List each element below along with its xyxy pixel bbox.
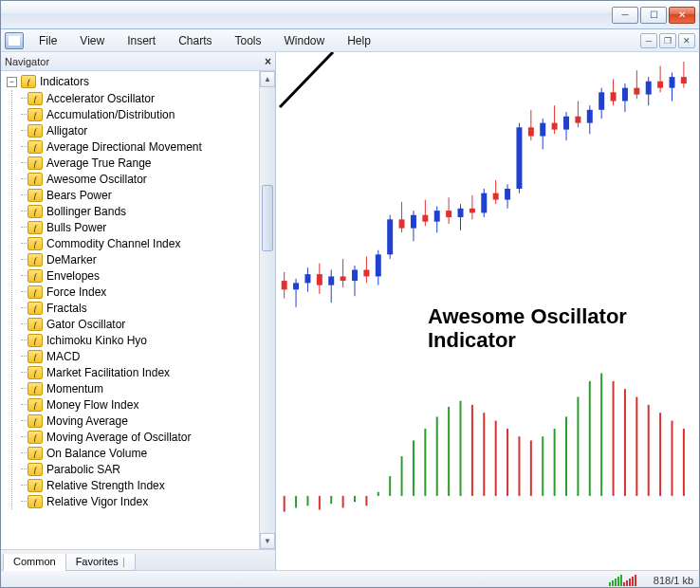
indicator-item[interactable]: fDeMarker (22, 251, 259, 267)
indicator-fx-icon: f (28, 189, 43, 202)
indicator-fx-icon: f (28, 253, 43, 266)
indicator-item[interactable]: fMoving Average of Oscillator (22, 429, 259, 445)
svg-rect-17 (376, 254, 381, 276)
window-maximize-button[interactable]: ☐ (640, 7, 667, 24)
indicator-label: Accumulation/Distribution (46, 108, 175, 121)
scroll-thumb[interactable] (262, 185, 273, 251)
indicator-item[interactable]: fGator Oscillator (22, 316, 259, 332)
svg-rect-3 (293, 283, 299, 289)
indicator-item[interactable]: fAverage Directional Movement (22, 138, 259, 155)
tree-root-indicators[interactable]: − f Indicators (3, 73, 259, 90)
indicator-item[interactable]: fAccumulation/Distribution (22, 106, 259, 122)
mdi-minimize-button[interactable]: ─ (640, 33, 657, 48)
indicator-label: Average True Range (46, 156, 152, 170)
svg-rect-57 (611, 92, 617, 101)
tab-favorites-label: Favorites (76, 556, 119, 567)
menu-file[interactable]: File (29, 31, 66, 50)
indicator-label: DeMarker (46, 253, 97, 266)
menu-window[interactable]: Window (275, 31, 335, 50)
indicator-item[interactable]: fBulls Power (22, 219, 259, 235)
mdi-restore-button[interactable]: ❐ (659, 33, 676, 48)
menu-tools[interactable]: Tools (226, 31, 271, 50)
svg-rect-31 (458, 209, 464, 217)
svg-rect-7 (317, 274, 322, 285)
indicator-fx-icon: f (28, 447, 43, 460)
indicator-item[interactable]: fAwesome Oscillator (22, 171, 259, 187)
window-titlebar: ─ ☐ ✕ (1, 1, 699, 29)
indicator-item[interactable]: fRelative Strength Index (22, 477, 259, 493)
svg-rect-45 (540, 123, 545, 137)
indicator-label: Force Index (46, 285, 106, 299)
scroll-up-button[interactable]: ▲ (260, 71, 275, 87)
tab-favorites[interactable]: Favorites| (65, 554, 136, 571)
indicator-item[interactable]: fForce Index (22, 284, 259, 300)
indicator-item[interactable]: fRelative Vigor Index (22, 493, 259, 509)
window-minimize-button[interactable]: ─ (612, 7, 638, 24)
menu-help[interactable]: Help (338, 31, 380, 50)
scroll-down-button[interactable]: ▼ (260, 533, 275, 549)
navigator-header: Navigator × (1, 52, 275, 71)
indicator-label: Parabolic SAR (46, 463, 120, 476)
mdi-controls: ─ ❐ ✕ (640, 33, 699, 48)
indicator-label: Gator Oscillator (46, 318, 125, 331)
chart-area[interactable]: Awesome Oscillator Indicator (276, 52, 699, 570)
indicator-fx-icon: f (28, 92, 43, 105)
svg-rect-15 (363, 270, 369, 277)
svg-rect-35 (481, 193, 487, 213)
indicator-label: Envelopes (46, 269, 100, 283)
indicator-label: Accelerator Oscillator (46, 92, 155, 105)
navigator-tree[interactable]: − f Indicators fAccelerator OscillatorfA… (1, 71, 259, 549)
indicator-item[interactable]: fParabolic SAR (22, 461, 259, 477)
menu-view[interactable]: View (70, 31, 114, 50)
svg-rect-41 (516, 127, 522, 189)
app-icon (5, 32, 24, 49)
svg-rect-69 (681, 77, 687, 83)
svg-rect-29 (446, 211, 451, 217)
indicator-label: Awesome Oscillator (46, 173, 147, 186)
indicator-fx-icon: f (28, 221, 43, 234)
tab-common[interactable]: Common (3, 554, 66, 571)
svg-rect-9 (328, 276, 334, 285)
indicator-item[interactable]: fOn Balance Volume (22, 445, 259, 461)
menu-insert[interactable]: Insert (118, 31, 165, 50)
connection-icon (609, 575, 636, 586)
indicator-label: Money Flow Index (46, 398, 138, 412)
indicator-label: Relative Strength Index (46, 479, 165, 492)
window-close-button[interactable]: ✕ (669, 7, 695, 24)
annotation-line1: Awesome Oscillator (428, 304, 627, 328)
indicator-fx-icon: f (28, 205, 43, 218)
navigator-scrollbar[interactable]: ▲ ▼ (259, 71, 275, 549)
navigator-close-button[interactable]: × (265, 55, 271, 68)
indicator-fx-icon: f (28, 350, 43, 363)
indicator-fx-icon: f (28, 269, 43, 283)
mdi-close-button[interactable]: ✕ (678, 33, 695, 48)
indicator-label: Bulls Power (46, 221, 106, 234)
svg-rect-43 (528, 127, 534, 136)
svg-rect-63 (646, 82, 652, 95)
indicator-item[interactable]: fMoney Flow Index (22, 396, 259, 413)
navigator-title: Navigator (5, 56, 49, 67)
svg-rect-5 (304, 274, 310, 283)
indicator-item[interactable]: fAlligator (22, 122, 259, 138)
indicator-item[interactable]: fEnvelopes (22, 267, 259, 284)
indicator-item[interactable]: fAccelerator Oscillator (22, 90, 259, 106)
indicator-label: Fractals (46, 302, 87, 315)
indicator-item[interactable]: fFractals (22, 300, 259, 316)
collapse-icon[interactable]: − (7, 77, 17, 87)
indicator-item[interactable]: fMomentum (22, 380, 259, 396)
indicator-item[interactable]: fIchimoku Kinko Hyo (22, 332, 259, 348)
indicator-item[interactable]: fMACD (22, 348, 259, 364)
annotation-line2: Indicator (428, 328, 627, 352)
status-traffic: 818/1 kb (654, 575, 693, 586)
indicator-item[interactable]: fBollinger Bands (22, 203, 259, 219)
indicator-label: Bears Power (46, 189, 112, 202)
indicator-item[interactable]: fCommodity Channel Index (22, 235, 259, 251)
indicator-item[interactable]: fMarket Facilitation Index (22, 364, 259, 380)
indicator-item[interactable]: fMoving Average (22, 413, 259, 429)
indicator-item[interactable]: fAverage True Range (22, 155, 259, 171)
indicator-fx-icon: f (28, 334, 43, 347)
annotation-arrow (276, 52, 342, 111)
indicator-item[interactable]: fBears Power (22, 187, 259, 203)
menubar: File View Insert Charts Tools Window Hel… (1, 29, 699, 52)
menu-charts[interactable]: Charts (169, 31, 221, 50)
